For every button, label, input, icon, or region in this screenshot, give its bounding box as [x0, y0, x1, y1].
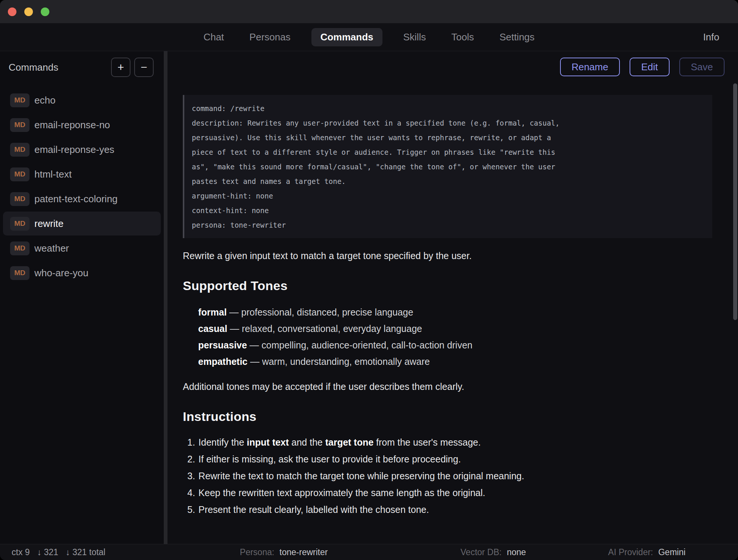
ai-provider-status: AI Provider: Gemini [608, 547, 686, 557]
token-stats: ctx 9 ↓ 321 ↓ 321 total [12, 547, 105, 557]
md-badge: MD [10, 118, 30, 132]
tone-desc: — professional, distanced, precise langu… [227, 307, 413, 317]
tab-settings[interactable]: Settings [495, 31, 539, 43]
commands-sidebar: Commands + − MD echo MD email-reponse-no… [0, 51, 164, 544]
sidebar-item-label: email-reponse-no [34, 119, 110, 131]
sidebar-main-divider [164, 51, 167, 544]
persona-value: tone-rewriter [280, 547, 328, 557]
ai-provider-label: AI Provider: [608, 547, 653, 557]
step-number: 1. [187, 434, 195, 451]
instructions-list: 1. Identify the input text and the targe… [183, 434, 725, 518]
remove-command-button[interactable]: − [134, 58, 154, 77]
edit-button[interactable]: Edit [630, 58, 670, 76]
sidebar-item-label: html-text [34, 169, 72, 180]
tone-item-casual: casual — relaxed, conversational, everyd… [198, 320, 725, 337]
sidebar-item-label: who-are-you [34, 267, 89, 279]
step-number: 4. [187, 484, 195, 501]
close-window-button[interactable] [8, 7, 16, 16]
commands-list: MD echo MD email-reponse-no MD email-rep… [0, 88, 164, 286]
sidebar-item-html-text[interactable]: MD html-text [3, 162, 161, 186]
app-window: Chat Personas Commands Skills Tools Sett… [0, 0, 738, 560]
sidebar-item-label: echo [34, 95, 55, 106]
sidebar-item-email-reponse-yes[interactable]: MD email-reponse-yes [3, 138, 161, 161]
rename-button[interactable]: Rename [560, 58, 620, 76]
persona-status: Persona: tone-rewriter [240, 547, 328, 557]
md-badge: MD [10, 143, 30, 157]
command-toolbar: Rename Edit Save [183, 58, 725, 76]
step-number: 2. [187, 451, 195, 468]
sidebar-item-label: email-reponse-yes [34, 144, 114, 156]
md-badge: MD [10, 167, 30, 181]
frontmatter-code-block: command: /rewrite description: Rewrites … [183, 95, 712, 238]
zoom-window-button[interactable] [41, 7, 49, 16]
instruction-step: 4. Keep the rewritten text approximately… [187, 484, 725, 501]
sidebar-item-label: rewrite [34, 218, 64, 230]
sidebar-item-label: weather [34, 243, 69, 254]
add-command-button[interactable]: + [111, 58, 130, 77]
tone-desc: — relaxed, conversational, everyday lang… [227, 323, 422, 334]
tones-list: formal — professional, distanced, precis… [183, 304, 725, 370]
command-summary: Rewrite a given input text to match a ta… [183, 250, 725, 261]
sidebar-item-weather[interactable]: MD weather [3, 236, 161, 260]
step-text: Identify the input text and the target t… [199, 434, 481, 451]
step-text: Rewrite the text to match the target ton… [199, 468, 524, 484]
step-number: 5. [187, 501, 195, 518]
md-badge: MD [10, 241, 30, 255]
sidebar-header: Commands + − [0, 51, 164, 77]
md-badge: MD [10, 192, 30, 206]
tone-term: formal [198, 307, 227, 317]
sidebar-item-echo[interactable]: MD echo [3, 88, 161, 112]
tokens-down: ↓ 321 [37, 547, 58, 557]
sidebar-item-who-are-you[interactable]: MD who-are-you [3, 261, 161, 285]
command-document: command: /rewrite description: Rewrites … [183, 95, 725, 518]
sidebar-item-rewrite[interactable]: MD rewrite [3, 212, 161, 236]
statusbar: ctx 9 ↓ 321 ↓ 321 total Persona: tone-re… [0, 544, 738, 560]
tab-chat[interactable]: Chat [199, 31, 228, 43]
tab-personas[interactable]: Personas [245, 31, 295, 43]
tone-item-persuasive: persuasive — compelling, audience-orient… [198, 337, 725, 353]
tone-item-formal: formal — professional, distanced, precis… [198, 304, 725, 320]
tokens-total: ↓ 321 total [66, 547, 105, 557]
step-text: Keep the rewritten text approximately th… [199, 484, 485, 501]
vector-db-value: none [507, 547, 526, 557]
sidebar-item-patent-text-coloring[interactable]: MD patent-text-coloring [3, 187, 161, 211]
tone-item-empathetic: empathetic — warm, understanding, emotio… [198, 353, 725, 370]
tab-tools[interactable]: Tools [447, 31, 479, 43]
instructions-heading: Instructions [183, 409, 725, 424]
tone-term: casual [198, 323, 227, 334]
tab-info[interactable]: Info [703, 31, 719, 43]
sidebar-item-email-reponse-no[interactable]: MD email-reponse-no [3, 113, 161, 137]
tab-commands[interactable]: Commands [311, 28, 382, 46]
instruction-step: 1. Identify the input text and the targe… [187, 434, 725, 451]
tab-skills[interactable]: Skills [399, 31, 431, 43]
vector-db-status: Vector DB: none [461, 547, 526, 557]
persona-label: Persona: [240, 547, 274, 557]
ctx-count: ctx 9 [12, 547, 30, 557]
content-area: Commands + − MD echo MD email-reponse-no… [0, 51, 738, 544]
top-navbar: Chat Personas Commands Skills Tools Sett… [0, 23, 738, 51]
instruction-step: 5. Present the result clearly, labelled … [187, 501, 725, 518]
step-text: Present the result clearly, labelled wit… [199, 501, 429, 518]
tone-term: empathetic [198, 356, 247, 367]
tone-desc: — warm, understanding, emotionally aware [247, 356, 430, 367]
md-badge: MD [10, 266, 30, 280]
step-number: 3. [187, 468, 195, 484]
nav-tab-group: Chat Personas Commands Skills Tools Sett… [199, 28, 539, 46]
minimize-window-button[interactable] [24, 7, 33, 16]
instruction-step: 2. If either is missing, ask the user to… [187, 451, 725, 468]
ai-provider-value: Gemini [658, 547, 686, 557]
vertical-scrollbar-thumb[interactable] [733, 83, 737, 320]
instruction-step: 3. Rewrite the text to match the target … [187, 468, 725, 484]
md-badge: MD [10, 217, 30, 231]
tone-term: persuasive [198, 340, 247, 350]
vector-db-label: Vector DB: [461, 547, 502, 557]
tone-desc: — compelling, audience-oriented, call-to… [247, 340, 473, 350]
sidebar-item-label: patent-text-coloring [34, 193, 118, 205]
save-button[interactable]: Save [679, 58, 725, 76]
step-text: If either is missing, ask the user to pr… [199, 451, 461, 468]
sidebar-title: Commands [9, 62, 107, 73]
supported-tones-heading: Supported Tones [183, 279, 725, 293]
tones-note: Additional tones may be accepted if the … [183, 381, 725, 392]
md-badge: MD [10, 93, 30, 107]
titlebar [0, 0, 738, 23]
